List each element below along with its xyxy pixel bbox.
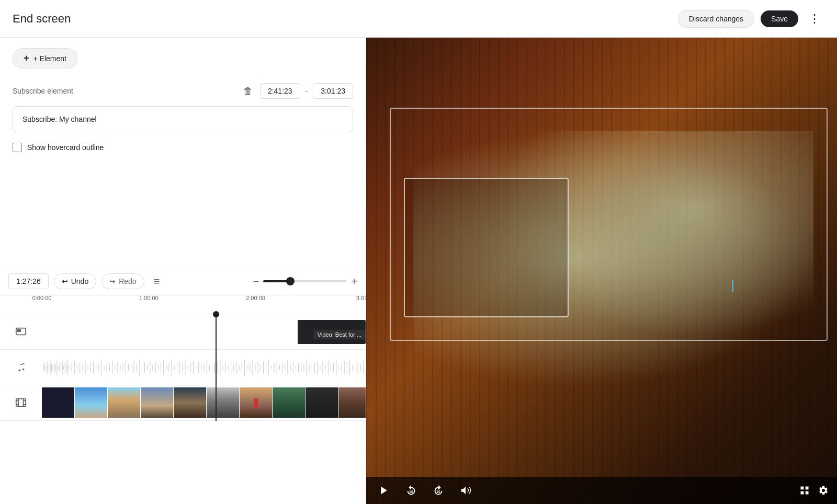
more-options-button[interactable]: ⋮	[805, 10, 824, 28]
video-track	[0, 385, 366, 421]
hovercard-label: Show hovercard outline	[27, 143, 104, 152]
element-time-controls: 🗑 2:41:23 - 3:01:23	[241, 83, 353, 99]
svg-rect-112	[309, 364, 310, 371]
undo-button[interactable]: ↩ Undo	[54, 273, 96, 289]
zoom-slider[interactable]	[263, 280, 347, 282]
add-element-label: + Element	[33, 54, 66, 63]
film-frame	[273, 387, 305, 418]
svg-rect-84	[233, 364, 234, 371]
grid-view-button[interactable]	[799, 485, 810, 496]
svg-rect-37	[107, 362, 107, 373]
svg-rect-21	[66, 363, 66, 372]
svg-rect-34	[98, 363, 99, 372]
audio-waveform-content: // Inline waveform - we'll do it with re…	[42, 350, 366, 385]
svg-rect-92	[255, 364, 256, 371]
svg-rect-14	[56, 359, 57, 376]
ruler-2: 2:00:00	[246, 295, 265, 302]
waveform-svg: // Inline waveform - we'll do it with re…	[42, 356, 366, 379]
svg-rect-26	[77, 364, 77, 371]
svg-rect-82	[228, 366, 229, 369]
play-button[interactable]	[375, 481, 393, 500]
timeline-left-controls: 1:27:26 ↩ Undo ↪ Redo ≡	[8, 273, 164, 290]
svg-rect-106	[293, 362, 293, 373]
svg-rect-24	[72, 363, 72, 372]
svg-rect-56	[158, 365, 159, 370]
svg-rect-9	[50, 360, 50, 375]
audio-track-icon	[0, 361, 42, 373]
svg-rect-124	[342, 364, 342, 371]
svg-rect-15	[58, 366, 59, 369]
end-screen-track-content: Video: Best for ...	[42, 314, 366, 349]
end-screen-track: Video: Best for ...	[0, 314, 366, 350]
svg-rect-69	[193, 361, 194, 374]
film-frame	[240, 387, 272, 418]
svg-text:10: 10	[409, 490, 413, 494]
svg-rect-33	[96, 364, 96, 371]
svg-rect-147	[806, 491, 809, 495]
svg-rect-81	[225, 363, 226, 372]
film-frame	[108, 387, 140, 418]
redo-label: Redo	[119, 277, 136, 285]
time-end-button[interactable]: 3:01:23	[313, 83, 353, 99]
film-frame	[207, 387, 239, 418]
svg-text:10: 10	[436, 490, 440, 494]
svg-rect-127	[349, 360, 350, 375]
timeline-controls: 1:27:26 ↩ Undo ↪ Redo ≡ − +	[0, 268, 366, 295]
svg-rect-103	[285, 364, 285, 371]
zoom-out-button[interactable]: −	[253, 276, 259, 288]
svg-rect-64	[179, 361, 180, 374]
svg-rect-117	[322, 362, 323, 373]
svg-rect-7	[47, 361, 48, 374]
volume-button[interactable]	[456, 481, 475, 500]
discard-button[interactable]: Discard changes	[678, 10, 754, 28]
tracks-wrapper: Video: Best for ...	[0, 314, 366, 421]
svg-rect-49	[139, 360, 140, 375]
subscribe-element-label: Subscribe element	[13, 87, 73, 95]
hovercard-checkbox[interactable]	[13, 143, 22, 152]
film-frame	[141, 387, 173, 418]
timeline-menu-button[interactable]: ≡	[150, 273, 164, 290]
svg-rect-39	[112, 361, 112, 374]
svg-rect-130	[358, 362, 358, 373]
filmstrip-content	[42, 385, 366, 420]
svg-rect-60	[168, 363, 169, 372]
page-title: End screen	[13, 12, 71, 26]
svg-rect-4	[43, 364, 44, 371]
add-element-button[interactable]: + + Element	[13, 48, 77, 68]
svg-rect-19	[63, 365, 64, 370]
settings-button[interactable]	[818, 485, 829, 496]
svg-rect-40	[115, 364, 115, 371]
hovercard-row: Show hovercard outline	[13, 143, 353, 152]
redo-button[interactable]: ↪ Redo	[101, 273, 144, 289]
subscribe-box[interactable]: Subscribe: My channel	[13, 106, 353, 132]
delete-element-button[interactable]: 🗑	[241, 84, 255, 99]
svg-rect-16	[60, 363, 60, 372]
svg-rect-67	[188, 366, 188, 369]
film-frame	[42, 387, 74, 418]
svg-rect-133	[16, 399, 26, 407]
undo-label: Undo	[71, 277, 88, 285]
svg-rect-113	[312, 366, 312, 369]
svg-rect-52	[147, 364, 148, 371]
end-screen-bar[interactable]	[298, 320, 366, 344]
svg-rect-23	[69, 365, 70, 370]
video-track-icon	[0, 397, 42, 408]
svg-rect-77	[214, 362, 215, 373]
svg-rect-99	[274, 363, 275, 372]
video-preview: 10 10	[366, 38, 837, 504]
rewind-10-button[interactable]: 10	[402, 481, 421, 500]
time-start-button[interactable]: 2:41:23	[260, 83, 300, 99]
svg-point-2	[18, 370, 20, 372]
zoom-in-button[interactable]: +	[351, 276, 357, 288]
svg-rect-11	[53, 365, 53, 370]
svg-rect-25	[74, 361, 75, 374]
svg-rect-80	[223, 364, 223, 371]
svg-rect-20	[65, 362, 65, 373]
svg-rect-53	[150, 361, 150, 374]
save-button[interactable]: Save	[761, 10, 798, 27]
forward-10-button[interactable]: 10	[429, 481, 448, 500]
svg-rect-132	[363, 361, 364, 374]
svg-rect-41	[117, 362, 118, 373]
timeline-area: 0:00:00 1:00:00 2:00:00 3:01:23	[0, 295, 366, 505]
svg-rect-17	[61, 364, 61, 371]
